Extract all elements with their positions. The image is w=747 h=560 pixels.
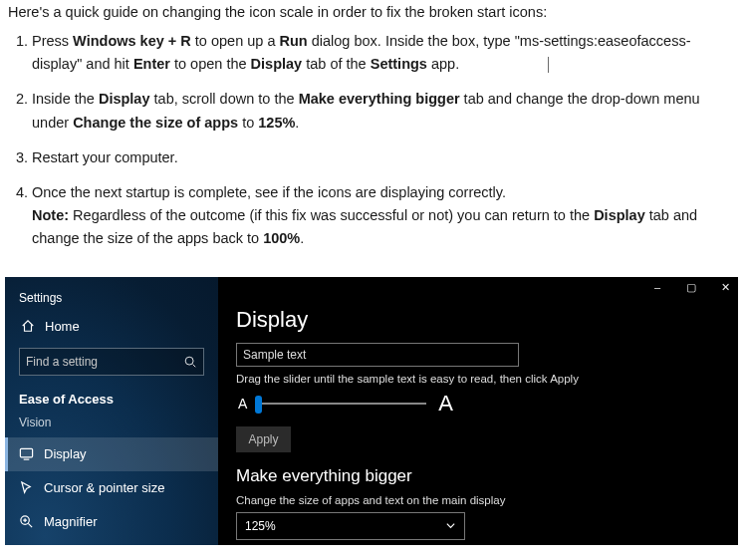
sidebar-item-display[interactable]: Display [5, 437, 218, 471]
article-body: Here's a quick guide on changing the ico… [0, 0, 747, 277]
home-icon [21, 319, 35, 333]
sidebar-group: Vision Display Cursor & pointer size Mag… [5, 416, 218, 545]
slider-track[interactable] [255, 403, 426, 405]
slider-hint: Drag the slider until the sample text is… [236, 373, 738, 385]
sidebar-item-label: Cursor & pointer size [44, 480, 164, 495]
section-title: Make everything bigger [236, 466, 738, 486]
monitor-icon [19, 446, 34, 461]
app-title: Settings [19, 291, 204, 305]
text-size-slider[interactable]: A A [238, 391, 738, 417]
step-2: Inside the Display tab, scroll down to t… [32, 88, 739, 134]
a-big-icon: A [438, 391, 453, 417]
apply-button[interactable]: Apply [236, 426, 291, 452]
intro-text: Here's a quick guide on changing the ico… [8, 4, 739, 20]
category-title: Ease of Access [19, 392, 204, 407]
scale-dropdown[interactable]: 125% [236, 512, 465, 540]
magnifier-icon [19, 514, 34, 529]
dropdown-value: 125% [245, 519, 276, 533]
svg-point-0 [185, 357, 193, 365]
settings-window: – ▢ ✕ Settings Home Ease of Access Visio… [5, 277, 738, 545]
page-title: Display [236, 307, 738, 333]
search-icon [183, 355, 197, 369]
chevron-down-icon [445, 520, 456, 531]
sidebar-item-cursor[interactable]: Cursor & pointer size [5, 471, 218, 505]
section-subtitle: Change the size of apps and text on the … [236, 494, 738, 506]
cursor-icon [19, 480, 34, 495]
search-input[interactable] [20, 355, 183, 369]
sidebar: Settings Home Ease of Access Vision Disp… [5, 277, 218, 545]
steps-list: Press Windows key + R to open up a Run d… [32, 30, 739, 251]
a-small-icon: A [238, 396, 247, 412]
sidebar-item-magnifier[interactable]: Magnifier [5, 505, 218, 539]
step-4: Once the next startup is complete, see i… [32, 181, 739, 251]
home-label: Home [45, 319, 80, 334]
slider-thumb[interactable] [255, 396, 262, 414]
group-label: Vision [5, 416, 218, 437]
search-input-wrap[interactable] [19, 348, 204, 376]
svg-rect-1 [20, 448, 32, 456]
step-3: Restart your computer. [32, 146, 739, 169]
sample-text-box[interactable]: Sample text [236, 343, 519, 367]
sidebar-item-label: Magnifier [44, 514, 97, 529]
content-pane: Display Sample text Drag the slider unti… [218, 277, 738, 545]
sidebar-item-label: Display [44, 446, 87, 461]
home-link[interactable]: Home [21, 319, 204, 334]
step-1: Press Windows key + R to open up a Run d… [32, 30, 739, 76]
